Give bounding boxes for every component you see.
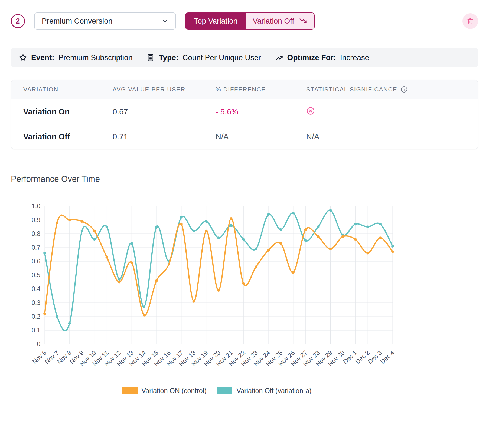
- chart-section-header: Performance Over Time: [11, 174, 478, 184]
- variation-toggle: Top Variation Variation Off: [185, 12, 315, 30]
- metric-dropdown[interactable]: Premium Conversion: [34, 12, 176, 30]
- svg-text:Nov 8: Nov 8: [56, 349, 73, 365]
- table-row: Variation Off 0.71 N/A N/A: [11, 124, 478, 149]
- summary-optimize: Optimize For: Increase: [275, 53, 369, 62]
- event-label: Event:: [31, 53, 54, 62]
- svg-text:Dec 4: Dec 4: [379, 349, 396, 365]
- svg-text:0.2: 0.2: [32, 313, 40, 320]
- row-avg-value: 0.67: [113, 107, 216, 116]
- top-variation-button[interactable]: Top Variation: [186, 13, 246, 29]
- trend-down-icon: [299, 17, 307, 25]
- summary-event: Event: Premium Subscription: [19, 53, 132, 62]
- chart-legend: Variation ON (control) Variation Off (va…: [22, 387, 412, 395]
- section-divider: [107, 179, 478, 179]
- row-variation-name: Variation On: [23, 107, 113, 116]
- row-avg-value: 0.71: [113, 132, 216, 141]
- legend-swatch-orange: [122, 387, 138, 394]
- svg-text:Dec 2: Dec 2: [354, 349, 371, 365]
- svg-text:0.3: 0.3: [32, 299, 40, 306]
- optimize-label: Optimize For:: [287, 53, 336, 62]
- svg-text:0: 0: [37, 341, 40, 348]
- type-label: Type:: [159, 53, 178, 62]
- svg-text:0.6: 0.6: [32, 258, 40, 265]
- svg-text:0.7: 0.7: [32, 244, 40, 251]
- not-significant-icon: [306, 107, 315, 115]
- chart-area: 00.10.20.30.40.50.60.70.80.91.0Nov 6Nov …: [11, 199, 478, 395]
- svg-text:0.5: 0.5: [32, 272, 40, 279]
- variation-off-label: Variation Off: [253, 17, 294, 25]
- legend-label-variation-on: Variation ON (control): [142, 387, 207, 395]
- star-icon: [19, 54, 27, 62]
- row-significance: [306, 107, 478, 117]
- legend-item-variation-on[interactable]: Variation ON (control): [122, 387, 207, 395]
- metric-index-badge: 2: [11, 14, 25, 28]
- metric-summary-bar: Event: Premium Subscription Type: Count …: [11, 48, 478, 67]
- performance-chart: 00.10.20.30.40.50.60.70.80.91.0Nov 6Nov …: [22, 199, 412, 378]
- results-table: VARIATION AVG VALUE PER USER % DIFFERENC…: [11, 80, 478, 149]
- svg-text:0.9: 0.9: [32, 216, 40, 223]
- trash-icon: [467, 17, 474, 25]
- row-difference: - 5.6%: [216, 107, 306, 116]
- col-significance: STATISTICAL SIGNIFICANCE: [306, 86, 478, 93]
- svg-text:Nov 7: Nov 7: [43, 349, 60, 365]
- col-difference: % DIFFERENCE: [216, 86, 306, 93]
- table-header-row: VARIATION AVG VALUE PER USER % DIFFERENC…: [11, 80, 478, 99]
- svg-text:1.0: 1.0: [32, 203, 40, 210]
- row-variation-name: Variation Off: [23, 132, 113, 141]
- table-row: Variation On 0.67 - 5.6%: [11, 99, 478, 124]
- delete-metric-button[interactable]: [462, 13, 478, 29]
- row-significance: N/A: [306, 132, 478, 141]
- trend-up-icon: [275, 54, 283, 62]
- section-title: Performance Over Time: [11, 174, 100, 184]
- row-difference: N/A: [216, 132, 306, 141]
- summary-type: Type: Count Per Unique User: [146, 53, 261, 62]
- legend-swatch-teal: [217, 387, 232, 394]
- metric-panel: 2 Premium Conversion Top Variation Varia…: [0, 0, 489, 406]
- svg-text:0.1: 0.1: [32, 327, 40, 334]
- svg-text:0.8: 0.8: [32, 230, 40, 237]
- type-value: Count Per Unique User: [182, 53, 261, 62]
- col-variation: VARIATION: [23, 86, 113, 93]
- event-value: Premium Subscription: [58, 53, 133, 62]
- metric-dropdown-value: Premium Conversion: [42, 17, 112, 25]
- svg-text:Dec 3: Dec 3: [366, 349, 383, 365]
- info-icon[interactable]: [400, 86, 408, 93]
- svg-text:Nov 6: Nov 6: [31, 349, 48, 365]
- calculator-icon: [146, 54, 155, 62]
- legend-label-variation-off: Variation Off (variation-a): [236, 387, 311, 395]
- optimize-value: Increase: [340, 53, 369, 62]
- metric-header-row: 2 Premium Conversion Top Variation Varia…: [11, 12, 478, 30]
- legend-item-variation-off[interactable]: Variation Off (variation-a): [217, 387, 311, 395]
- col-significance-label: STATISTICAL SIGNIFICANCE: [306, 86, 397, 93]
- col-avg-value: AVG VALUE PER USER: [113, 86, 216, 93]
- svg-text:0.4: 0.4: [32, 285, 40, 292]
- chevron-down-icon: [161, 18, 168, 25]
- variation-off-button[interactable]: Variation Off: [246, 13, 314, 29]
- svg-text:Dec 1: Dec 1: [342, 349, 358, 365]
